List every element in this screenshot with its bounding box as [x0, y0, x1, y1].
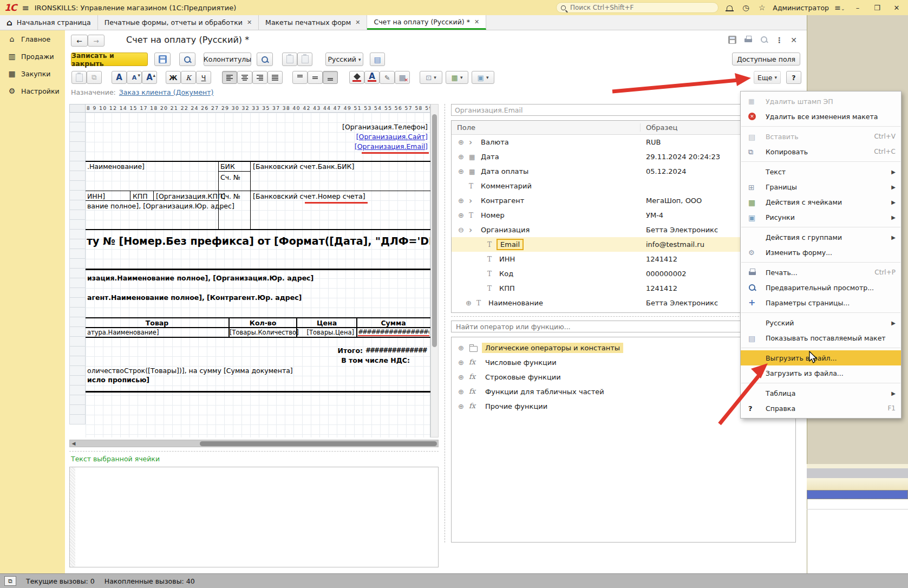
layout-language-select[interactable]: Русский▾ — [325, 53, 363, 66]
history-icon[interactable]: ◷ — [740, 3, 751, 12]
cell-account-label[interactable]: Сч. № — [220, 173, 240, 181]
row-header[interactable] — [69, 220, 86, 230]
menu-item[interactable]: Копировать Ctrl+C ▶ — [741, 144, 901, 159]
cells-dropdown[interactable]: ▦▾ — [446, 71, 468, 84]
tab-layouts[interactable]: Макеты печатных форм ✕ — [259, 15, 367, 30]
row-header[interactable] — [69, 191, 86, 200]
row-header[interactable] — [69, 230, 86, 239]
tab-invoice-layout[interactable]: Счет на оплату (Русский) * ✕ — [367, 15, 486, 30]
print-icon[interactable] — [744, 36, 753, 43]
field-label[interactable]: ИНН — [499, 255, 515, 263]
cell-amount-words[interactable]: исло прописью] — [87, 376, 149, 384]
cell-account-label2[interactable]: Сч. № — [220, 192, 240, 200]
cell-account-value[interactable]: [Банковский счет.Номер счета] — [253, 192, 365, 200]
minimize-button[interactable]: – — [851, 4, 865, 12]
italic-button[interactable]: К — [181, 71, 196, 84]
expand-icon[interactable] — [458, 197, 469, 205]
favorites-icon[interactable]: ☆ — [756, 3, 767, 12]
expand-icon[interactable] — [458, 226, 469, 234]
horizontal-scrollbar[interactable]: ◀ — [69, 440, 439, 447]
preview-button[interactable] — [179, 53, 195, 66]
row-header[interactable] — [69, 210, 86, 220]
font-color-button[interactable]: A — [364, 71, 380, 84]
font-increase-button[interactable]: A▴ — [142, 71, 157, 84]
page-view-button[interactable]: ▤ — [370, 53, 385, 66]
expand-icon[interactable] — [458, 388, 469, 396]
menu-item[interactable]: Параметры страницы... ▶ — [741, 295, 901, 310]
tab-print-forms[interactable]: Печатные формы, отчеты и обработки ✕ — [98, 15, 259, 30]
row-header[interactable] — [69, 386, 86, 395]
row-header[interactable] — [69, 347, 86, 356]
row-header[interactable] — [69, 327, 86, 337]
sidebar-item[interactable]: ▦ Закупки — [0, 65, 65, 82]
row-header[interactable] — [69, 239, 86, 249]
headers-footers-button[interactable]: Колонтитулы — [204, 53, 251, 66]
row-header[interactable] — [69, 356, 86, 366]
group-label[interactable]: Строковые функции — [482, 372, 564, 382]
cell-item-sum[interactable]: #################### — [358, 328, 429, 336]
tab-home[interactable]: ⌂ Начальная страница — [0, 15, 98, 30]
row-header[interactable] — [69, 113, 86, 122]
menu-item[interactable]: Удалить все изменения макета ▶ — [741, 109, 901, 124]
row-header[interactable] — [69, 171, 86, 181]
row-header[interactable] — [69, 132, 86, 142]
field-label[interactable]: Дата — [481, 153, 499, 161]
row-header[interactable] — [69, 249, 86, 259]
column-headers[interactable]: 8 9 10 12 14 15 17 18 20 21 22 24 26 27 … — [86, 104, 430, 113]
horizontal-scrollbar-thumb[interactable] — [200, 441, 437, 446]
column-field[interactable]: Поле — [452, 123, 641, 132]
borders-dropdown[interactable]: ⊡▾ — [420, 71, 442, 84]
cell-org-site[interactable]: [Организация.Сайт] — [271, 133, 428, 141]
close-form-icon[interactable]: ✕ — [791, 36, 797, 44]
menu-item[interactable]: Таблица ▶ — [741, 386, 901, 401]
menu-item[interactable]: Удалить штамп ЭП ▶ — [741, 94, 901, 109]
row-header[interactable] — [69, 259, 86, 269]
field-label[interactable]: Организация — [481, 226, 530, 234]
row-headers[interactable] — [69, 113, 86, 437]
more-dots-icon[interactable]: ⋮ — [775, 36, 783, 44]
field-label[interactable]: Комментарий — [481, 182, 532, 190]
copy-format-button[interactable]: ⧉ — [87, 71, 102, 84]
main-menu-icon[interactable]: ≡ — [22, 3, 29, 13]
paste-format-button[interactable] — [71, 71, 87, 84]
valign-bottom-button[interactable] — [323, 71, 338, 84]
menu-item[interactable]: Справка F1 ▶ — [741, 401, 901, 416]
selected-cell-text-area[interactable] — [69, 467, 439, 567]
vertical-scrollbar-thumb[interactable] — [432, 114, 437, 347]
expand-icon[interactable] — [458, 402, 469, 410]
close-window-button[interactable]: ✕ — [890, 4, 904, 12]
expand-icon[interactable] — [458, 344, 469, 352]
items-header-price[interactable]: Цена — [297, 319, 356, 327]
cell-item-name[interactable]: атура.Наименование] — [87, 329, 159, 336]
menu-item[interactable]: Текст ▶ — [741, 164, 901, 179]
align-center-button[interactable] — [237, 71, 252, 84]
field-label[interactable]: Номер — [481, 211, 505, 219]
menu-item[interactable]: Изменить форму... ▶ — [741, 245, 901, 260]
column-sample[interactable]: Образец — [641, 123, 677, 132]
cell-org-email[interactable]: [Организация.Email] — [271, 142, 428, 151]
group-label[interactable]: Прочие функции — [482, 401, 551, 411]
find-button[interactable] — [257, 53, 273, 66]
row-header[interactable] — [69, 395, 86, 405]
cell-bik-label[interactable]: БИК — [220, 162, 235, 171]
paste-value-button[interactable] — [297, 53, 312, 66]
field-label[interactable]: Код — [499, 270, 513, 278]
cell-vat-label[interactable]: В том числе НДС: — [249, 356, 410, 364]
field-label[interactable]: КПП — [499, 284, 515, 292]
row-header[interactable] — [69, 298, 86, 308]
menu-item[interactable]: Рисунки ▶ — [741, 210, 901, 225]
row-header[interactable] — [69, 415, 86, 424]
current-user[interactable]: Администратор — [773, 4, 829, 12]
delete-cells-button[interactable]: ▦✕ — [395, 71, 410, 84]
menu-item[interactable]: Границы ▶ — [741, 179, 901, 194]
preview-icon[interactable] — [760, 36, 768, 43]
align-left-button[interactable] — [222, 71, 237, 84]
sidebar-item[interactable]: ⌂ Главное — [0, 30, 65, 48]
scroll-left-icon[interactable]: ◀ — [70, 441, 77, 446]
expand-icon[interactable] — [458, 358, 469, 367]
maximize-button[interactable]: ❒ — [870, 4, 884, 12]
bold-button[interactable]: Ж — [166, 71, 181, 84]
row-header[interactable] — [69, 269, 86, 278]
row-header[interactable] — [69, 317, 86, 327]
row-header[interactable] — [69, 122, 86, 132]
